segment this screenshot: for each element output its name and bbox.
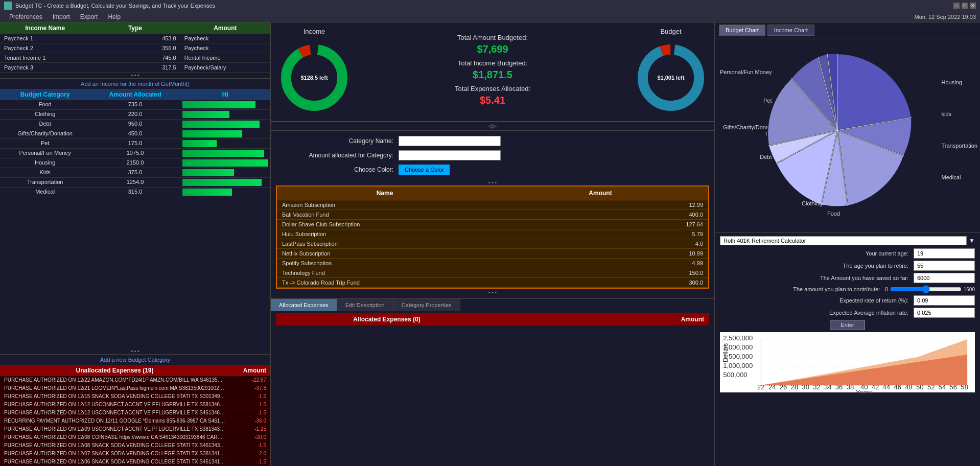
budget-category-cell: Clothing bbox=[0, 110, 90, 119]
unallocated-header: Unallocated Expenses (19) Amount bbox=[0, 365, 270, 376]
close-button[interactable]: ✕ bbox=[970, 3, 976, 9]
income-amount-cell: 356.0 bbox=[90, 43, 180, 53]
title-bar-controls: ─ □ ✕ bbox=[953, 3, 976, 9]
budget-chart-tab[interactable]: Budget Chart bbox=[719, 25, 765, 36]
income-type-cell: Paycheck bbox=[180, 43, 270, 53]
svg-text:42: 42 bbox=[872, 384, 879, 390]
tab-category-properties[interactable]: Category Properties bbox=[393, 299, 460, 311]
budget-bar-cell bbox=[180, 178, 270, 187]
roth-inflation-label: Expected Average inflation rate: bbox=[720, 310, 914, 316]
svg-text:22: 22 bbox=[757, 384, 765, 390]
roth-return-input[interactable] bbox=[914, 295, 975, 306]
current-date: Mon, 12 Sep 2022 19:03 bbox=[915, 14, 976, 20]
unallocated-amount: -36.0 bbox=[225, 418, 266, 424]
unallocated-desc: PURCHASE AUTHORIZED ON 12/07 SNACK SODA … bbox=[4, 451, 225, 456]
expense-amount-cell: 400.0 bbox=[493, 210, 708, 219]
roth-retire-input[interactable] bbox=[914, 261, 975, 271]
add-budget-button[interactable]: Add a new Budget Category bbox=[0, 354, 270, 365]
category-name-row: Category Name: bbox=[281, 136, 704, 146]
income-table: Income Name Type Amount Paycheck 1 453.0… bbox=[0, 22, 270, 73]
category-amount-row: Amount allocated for Category: bbox=[281, 150, 704, 160]
expense-popup-rows: Amazon Subscription 12.99 Bali Vacation … bbox=[277, 200, 708, 288]
roth-saved-input[interactable] bbox=[914, 273, 975, 283]
unallocated-amount: -2.0 bbox=[225, 451, 266, 456]
menu-help[interactable]: Help bbox=[103, 12, 126, 21]
category-name-input[interactable] bbox=[399, 136, 501, 146]
expense-amount-cell: 127.64 bbox=[493, 220, 708, 229]
budget-bar-cell bbox=[180, 158, 270, 168]
add-income-button[interactable]: Add an Income for the month of GetMonth(… bbox=[0, 78, 270, 89]
income-type-header: Type bbox=[90, 22, 180, 34]
budget-bar bbox=[182, 121, 260, 128]
svg-text:26: 26 bbox=[780, 384, 787, 390]
budget-bar bbox=[182, 111, 230, 118]
allocated-amount-header: Amount bbox=[493, 316, 704, 323]
menu-preferences[interactable]: Preferences bbox=[4, 12, 48, 21]
roth-dropdown[interactable]: Roth 401K Retirement Calculator bbox=[720, 236, 967, 245]
unallocated-desc: RECURRING PAYMENT AUTHORIZED ON 12/11 GO… bbox=[4, 418, 225, 424]
unallocated-amount: -37.8 bbox=[225, 385, 266, 391]
tab-edit-description[interactable]: Edit Description bbox=[337, 299, 393, 311]
expense-name-cell: Spotify Subscription bbox=[277, 259, 493, 268]
budget-table-row: Kids 375.0 bbox=[0, 168, 270, 178]
svg-text:50: 50 bbox=[916, 384, 924, 390]
category-amount-input[interactable] bbox=[399, 150, 501, 160]
choose-color-button[interactable]: Choose a Color bbox=[399, 165, 450, 175]
svg-text:34: 34 bbox=[824, 384, 832, 390]
roth-inflation-input[interactable] bbox=[914, 308, 975, 318]
income-chart-tab[interactable]: Income Chart bbox=[767, 25, 814, 36]
budget-amount-cell: 315.0 bbox=[90, 188, 180, 197]
unallocated-desc: PURCHASE AUTHORIZED ON 12/08 COINBASE ht… bbox=[4, 434, 225, 440]
menu-export[interactable]: Export bbox=[75, 12, 103, 21]
budget-bar-cell bbox=[180, 110, 270, 119]
enter-button[interactable]: Enter bbox=[830, 320, 865, 330]
total-income-label: Total Income Budgeted: bbox=[368, 59, 617, 67]
income-name-header: Income Name bbox=[0, 22, 90, 34]
dropdown-arrow-icon: ▼ bbox=[969, 237, 975, 244]
budget-amount-cell: 375.0 bbox=[90, 168, 180, 177]
menu-import[interactable]: Import bbox=[48, 12, 75, 21]
slider-max: 1600 bbox=[964, 287, 975, 292]
budget-amount-cell: 2150.0 bbox=[90, 158, 180, 168]
expense-name-cell: LastPass Subscription bbox=[277, 239, 493, 248]
expense-amount-header: Amount bbox=[493, 187, 708, 200]
contribute-slider[interactable] bbox=[890, 285, 962, 293]
unallocated-row: RECURRING PAYMENT AUTHORIZED ON 12/11 GO… bbox=[0, 417, 270, 425]
expense-name-header: Name bbox=[277, 187, 493, 200]
unallocated-desc: PURCHASE AUTHORIZED ON 12/15 SNACK SODA … bbox=[4, 393, 225, 399]
center-divider: <|> bbox=[271, 122, 714, 131]
budget-bar-cell bbox=[180, 139, 270, 148]
unallocated-desc: PURCHASE AUTHORIZED ON 12/06 SNACK SODA … bbox=[4, 459, 225, 464]
title-bar-text: Budget TC - Create a Budget, Calculate y… bbox=[15, 3, 953, 9]
roth-age-row: Your current age: bbox=[720, 248, 975, 259]
minimize-button[interactable]: ─ bbox=[953, 3, 960, 9]
income-donut-section: Income $128.5 left bbox=[276, 28, 353, 116]
unallocated-amount: -1.5 bbox=[225, 442, 266, 448]
main-content: Income Name Type Amount Paycheck 1 453.0… bbox=[0, 22, 980, 466]
unallocated-desc: PURCHASE AUTHORIZED ON 12/08 SNACK SODA … bbox=[4, 442, 225, 448]
roth-age-label: Your current age: bbox=[720, 250, 914, 257]
expense-popup-row: LastPass Subscription 4.0 bbox=[277, 239, 708, 249]
allocated-header: Allocated Expenses (0) Amount bbox=[276, 313, 709, 325]
expense-popup-row: Hulu Subscription 5.79 bbox=[277, 229, 708, 239]
budget-donut-label: Budget bbox=[660, 28, 681, 35]
category-name-label: Category Name: bbox=[281, 137, 393, 145]
maximize-button[interactable]: □ bbox=[962, 3, 968, 9]
roth-saved-label: The Amount you have saved so far: bbox=[720, 275, 914, 281]
allocated-expenses-section: Allocated Expenses (0) Amount bbox=[276, 313, 709, 325]
budget-bar-cell bbox=[180, 120, 270, 129]
center-panel: Income $128.5 left Total Amount bbox=[271, 22, 714, 466]
category-color-row: Choose Color: Choose a Color bbox=[281, 165, 704, 175]
expense-popup-row: Tx -> Colorado Road Trip Fund 300.0 bbox=[277, 278, 708, 288]
budget-category-cell: Kids bbox=[0, 168, 90, 177]
income-amount-header: Amount bbox=[180, 22, 270, 34]
expense-popup-row: Netflix Subscription 10.99 bbox=[277, 249, 708, 259]
roth-inflation-row: Expected Average inflation rate: bbox=[720, 308, 975, 318]
budget-bar bbox=[182, 189, 232, 196]
tab-allocated-expenses[interactable]: Allocated Expenses bbox=[271, 299, 337, 311]
svg-marker-22 bbox=[761, 339, 967, 385]
unallocated-desc: PURCHASE AUTHORIZED ON 12/12 USCONNECT A… bbox=[4, 402, 225, 407]
unallocated-row: PURCHASE AUTHORIZED ON 12/12 USCONNECT A… bbox=[0, 401, 270, 409]
roth-age-input[interactable] bbox=[914, 248, 975, 259]
unallocated-amount-header: Amount bbox=[225, 367, 266, 374]
